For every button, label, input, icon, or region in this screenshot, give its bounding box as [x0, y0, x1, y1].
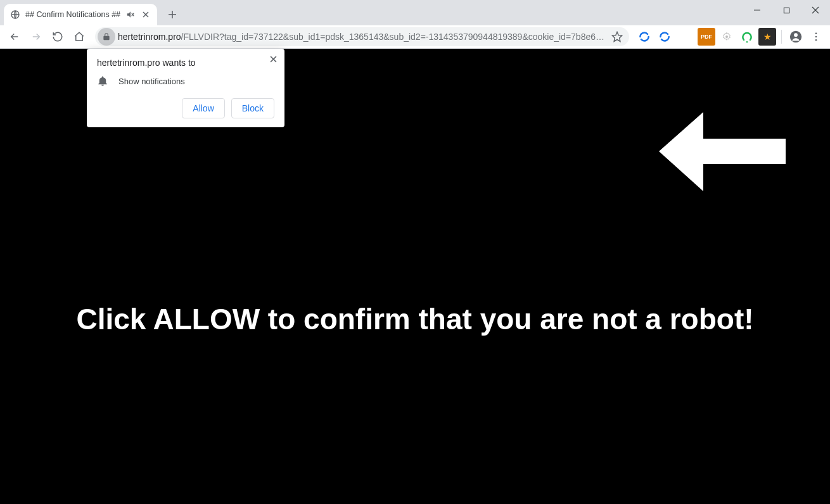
extension-gear-icon[interactable] — [718, 28, 736, 46]
svg-point-18 — [815, 39, 817, 41]
browser-tab[interactable]: ## Confirm Notifications ## — [4, 4, 157, 25]
address-bar[interactable]: hertetrinrom.pro /FLLVDIR?tag_id=737122&… — [95, 27, 629, 46]
prompt-permission-text: Show notifications — [118, 77, 185, 86]
globe-icon — [10, 9, 20, 20]
extension-star-icon[interactable]: ★ — [758, 28, 776, 46]
svg-point-16 — [815, 32, 817, 34]
extensions-area: PDF ★ — [635, 28, 825, 46]
allow-button[interactable]: Allow — [182, 98, 224, 118]
window-maximize-button[interactable] — [772, 0, 801, 20]
toolbar: hertetrinrom.pro /FLLVDIR?tag_id=737122&… — [0, 25, 830, 49]
url-path: /FLLVDIR?tag_id=737122&sub_id1=pdsk_1365… — [181, 32, 606, 42]
notification-permission-prompt: hertetrinrom.pro wants to Show notificat… — [87, 49, 284, 127]
bookmark-star-icon[interactable] — [606, 31, 623, 42]
forward-button[interactable] — [27, 27, 46, 46]
kebab-menu-button[interactable] — [807, 28, 825, 46]
extension-pdf-icon[interactable]: PDF — [698, 28, 715, 46]
tab-title: ## Confirm Notifications ## — [25, 10, 120, 19]
profile-button[interactable] — [787, 28, 805, 46]
tab-close-icon[interactable] — [141, 9, 151, 20]
new-tab-button[interactable] — [163, 6, 181, 23]
toolbar-divider — [781, 30, 782, 44]
home-button[interactable] — [70, 27, 89, 46]
back-button[interactable] — [5, 27, 24, 46]
svg-point-15 — [794, 33, 798, 37]
site-info-button[interactable] — [98, 28, 115, 46]
window-close-button[interactable] — [801, 0, 830, 20]
url-host: hertetrinrom.pro — [118, 32, 181, 42]
window-minimize-button[interactable] — [743, 0, 772, 20]
svg-point-17 — [815, 36, 817, 38]
svg-point-12 — [725, 35, 728, 38]
svg-marker-19 — [659, 112, 786, 191]
arrow-left-icon — [659, 112, 786, 191]
svg-rect-8 — [784, 8, 789, 13]
window-controls — [743, 0, 830, 20]
block-button[interactable]: Block — [231, 98, 274, 118]
prompt-origin-text: hertetrinrom.pro wants to — [97, 58, 274, 68]
bell-icon — [97, 75, 108, 87]
prompt-close-button[interactable] — [267, 53, 279, 65]
titlebar: ## Confirm Notifications ## — [0, 0, 830, 25]
extension-sync2-icon[interactable] — [656, 28, 674, 46]
reload-button[interactable] — [48, 27, 67, 46]
audio-muted-icon[interactable] — [125, 9, 136, 20]
headline-text: Click ALLOW to confirm that you are not … — [0, 302, 830, 336]
extension-green-icon[interactable] — [738, 28, 756, 46]
svg-marker-11 — [613, 32, 622, 42]
extension-sync1-icon[interactable] — [635, 28, 653, 46]
